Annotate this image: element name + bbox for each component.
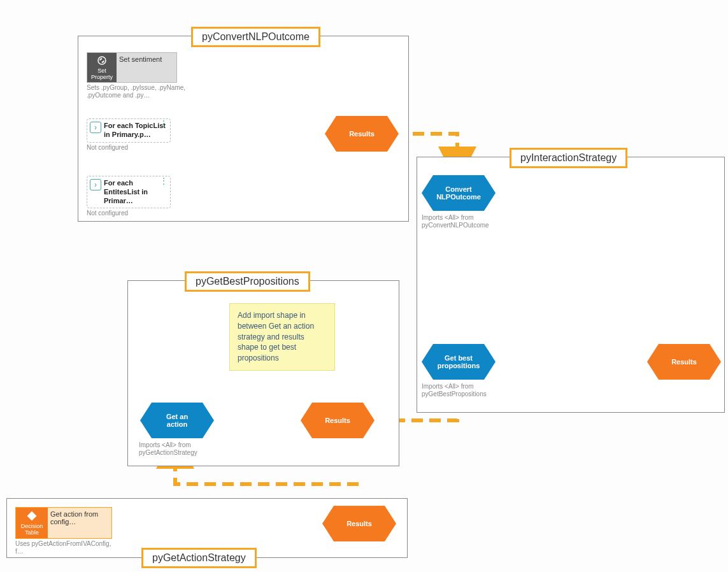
get-best-results-label: Results (325, 417, 350, 424)
convert-nlp-import-label: Convert NLPOutcome (436, 185, 481, 201)
diagram-canvas: pyConvertNLPOutcome Set Property Set sen… (0, 0, 728, 572)
more-icon[interactable]: ⋮ (160, 179, 168, 183)
convert-results-shape[interactable]: Results (336, 116, 387, 152)
get-action-results-shape[interactable]: Results (334, 506, 385, 541)
get-an-action-label: Get an action (155, 413, 199, 428)
set-property-subtext: Sets .pyGroup, .pyIssue, .pyName, .pyOut… (87, 84, 189, 99)
entity-list-shape[interactable]: › For each EntitesList in Primar… ⋮ Not … (87, 176, 189, 217)
decision-table-icon: Decision Table (16, 508, 48, 538)
get-an-action-shape[interactable]: Get an action (152, 403, 203, 438)
convert-nlp-import-subtext: Imports <All> from pyConvertNLPOutcome (422, 214, 524, 229)
decision-table-shape[interactable]: Decision Table Get action from config… U… (15, 507, 117, 555)
strategy-interaction-title-text: pyInteractionStrategy (520, 152, 617, 163)
chevron-right-icon: › (90, 179, 101, 190)
strategy-get-action-title: pyGetActionStrategy (141, 548, 257, 568)
sticky-note: Add import shape in between Get an actio… (229, 303, 335, 371)
entity-list-subtext: Not configured (87, 210, 189, 217)
get-action-results-label: Results (346, 520, 372, 527)
decision-table-label: Get action from config… (48, 508, 111, 538)
chevron-right-icon: › (90, 122, 101, 133)
decision-table-subtext: Uses pyGetActionFromIVAConfig, f… (15, 540, 117, 555)
get-an-action-subtext: Imports <All> from pyGetActionStrategy (139, 441, 241, 457)
topic-list-label: For each TopicList in Primary.p… (104, 122, 166, 139)
svg-point-7 (98, 57, 106, 64)
entity-list-label: For each EntitesList in Primar… (104, 179, 166, 205)
get-best-import-label: Get best propositions (437, 354, 480, 369)
interaction-results-label: Results (671, 358, 697, 366)
decision-table-icon-label: Decision Table (16, 523, 48, 536)
get-best-import-shape[interactable]: Get best propositions (433, 344, 484, 380)
more-icon[interactable]: ⋮ (160, 122, 168, 125)
set-property-label: Set sentiment (117, 53, 176, 82)
strategy-get-best-title-text: pyGetBestPropositions (196, 276, 299, 287)
strategy-convert-title-text: pyConvertNLPOutcome (202, 31, 310, 42)
convert-results-label: Results (349, 130, 375, 138)
topic-list-shape[interactable]: › For each TopicList in Primary.p… ⋮ Not… (87, 118, 189, 152)
convert-nlp-import-shape[interactable]: Convert NLPOutcome (433, 175, 484, 211)
strategy-get-best-title: pyGetBestPropositions (185, 271, 310, 292)
set-property-icon: Set Property (87, 53, 117, 82)
interaction-results-shape[interactable]: Results (659, 344, 710, 380)
strategy-interaction-title: pyInteractionStrategy (510, 148, 627, 168)
topic-list-subtext: Not configured (87, 144, 189, 152)
get-best-import-subtext: Imports <All> from pyGetBestPropositions (422, 383, 524, 398)
set-property-shape[interactable]: Set Property Set sentiment Sets .pyGroup… (87, 52, 189, 99)
get-best-results-shape[interactable]: Results (312, 403, 363, 438)
strategy-convert-title: pyConvertNLPOutcome (191, 27, 320, 47)
set-property-icon-label: Set Property (87, 68, 117, 80)
strategy-get-action-title-text: pyGetActionStrategy (152, 552, 246, 563)
